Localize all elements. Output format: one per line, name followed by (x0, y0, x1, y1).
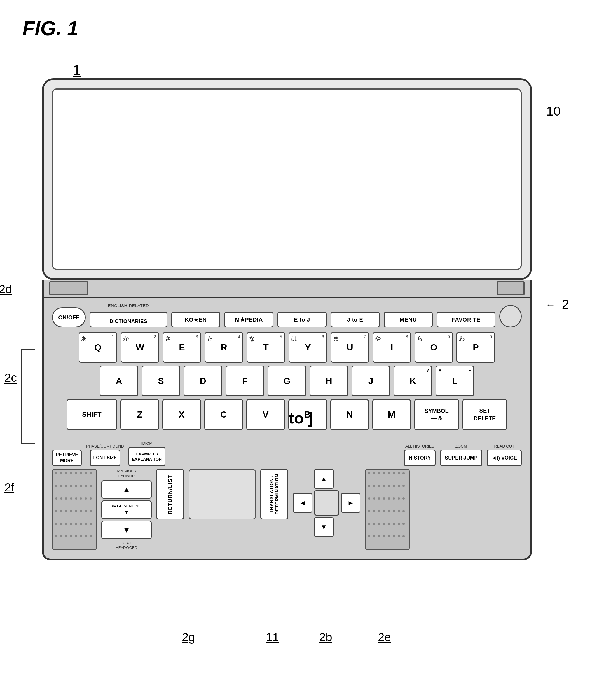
dpad-down-icon: ▼ (321, 523, 327, 531)
dpad-vertical: ▲ ▼ (314, 469, 339, 537)
key-p[interactable]: わ 0 P (456, 332, 495, 363)
key-p-main: P (473, 342, 479, 353)
translation-key[interactable]: TRANSLATION /DETERMINATION (260, 469, 288, 520)
key-y[interactable]: は 6 Y (289, 332, 327, 363)
e-to-j-label: E to J (294, 317, 310, 323)
menu-key[interactable]: MENU (384, 312, 433, 327)
super-jump-label: SUPER JUMP (445, 455, 477, 461)
circle-button[interactable] (499, 305, 522, 327)
font-size-wrapper: PHASE/COMPOUND FONT SIZE (86, 444, 124, 466)
key-m-main: M (388, 409, 396, 420)
dpad-left[interactable]: ◄ (293, 493, 313, 513)
key-n[interactable]: N (330, 399, 369, 430)
dpad-down[interactable]: ▼ (314, 517, 333, 537)
key-u-main: U (347, 342, 353, 353)
key-h[interactable]: H (309, 366, 348, 396)
shift-key[interactable]: SHIFT (67, 399, 117, 430)
function-row: ON/OFF ENGLISH-RELATED DICTIONARIES KO★E… (52, 305, 522, 327)
dpad-right[interactable]: ► (341, 493, 360, 513)
example-key[interactable]: EXAMPLE /EXPLANATION (128, 447, 166, 466)
super-jump-wrapper: ZOOM SUPER JUMP (440, 444, 482, 466)
key-a-main: A (116, 376, 122, 386)
key-r[interactable]: た 4 R (205, 332, 243, 363)
translation-label: TRANSLATION /DETERMINATION (269, 474, 280, 515)
key-i[interactable]: や 8 I (373, 332, 411, 363)
key-q-main: Q (95, 342, 102, 353)
key-z[interactable]: Z (120, 399, 159, 430)
return-list-key[interactable]: RETURN/LIST (156, 469, 184, 520)
key-y-main: Y (305, 342, 311, 353)
key-c[interactable]: C (204, 399, 243, 430)
key-w[interactable]: か 2 W (121, 332, 159, 363)
key-u-num: 7 (364, 334, 366, 340)
page-sending-key[interactable]: PAGE SENDING ▼ (101, 500, 152, 519)
symbol-label: SYMBOL— & (425, 407, 449, 422)
key-w-jp: か (123, 335, 129, 343)
key-l[interactable]: ~ ■ L (436, 366, 474, 396)
dpad: ◄ ▲ ▼ ► (293, 469, 360, 550)
super-jump-key[interactable]: SUPER JUMP (440, 450, 482, 466)
touchpad[interactable] (189, 469, 256, 520)
key-f[interactable]: F (226, 366, 264, 396)
speaker-right (365, 469, 410, 550)
dpad-up[interactable]: ▲ (314, 469, 333, 489)
key-y-jp: は (291, 335, 297, 343)
m-pedia-key[interactable]: M★PEDIA (224, 312, 273, 327)
hinge-left (49, 281, 89, 295)
menu-label: MENU (400, 317, 417, 323)
key-y-num: 6 (322, 334, 324, 340)
key-s-main: S (158, 376, 164, 386)
label-2c-bracket (21, 349, 35, 444)
key-x[interactable]: X (162, 399, 201, 430)
favorite-key[interactable]: FAVORITE (437, 312, 495, 327)
return-list-label: RETURN/LIST (167, 475, 173, 514)
key-d[interactable]: D (183, 366, 222, 396)
shift-label: SHIFT (82, 410, 101, 419)
next-headword-label: NEXTHEADWORD (116, 541, 137, 550)
label-11: 11 (266, 631, 279, 644)
key-m[interactable]: M (372, 399, 411, 430)
key-e[interactable]: さ 3 E (163, 332, 201, 363)
key-g[interactable]: G (268, 366, 306, 396)
j-to-e-key[interactable]: J to E (330, 312, 380, 327)
key-s[interactable]: S (142, 366, 180, 396)
page-sending-content: PAGE SENDING ▼ (112, 504, 141, 515)
history-label: HISTORY (408, 455, 431, 461)
prev-headword-key[interactable]: ▲ (101, 480, 152, 499)
key-x-main: X (179, 409, 184, 420)
symbol-key[interactable]: SYMBOL— & (414, 399, 459, 430)
voice-key[interactable]: ◄)) VOICE (487, 450, 522, 466)
set-delete-key[interactable]: SETDELETE (463, 399, 507, 430)
j-to-e-label: J to E (347, 317, 363, 323)
key-t[interactable]: な 5 T (247, 332, 285, 363)
key-t-main: T (263, 342, 269, 353)
retrieve-more-key[interactable]: RETRIEVEMORE (52, 450, 82, 466)
key-k[interactable]: ? K (394, 366, 432, 396)
key-u[interactable]: ま 7 U (330, 332, 369, 363)
next-headword-key[interactable]: ▼ (101, 521, 152, 539)
prev-headword-label: PREVIOUSHEADWORD (116, 469, 137, 479)
e-to-j-key[interactable]: E to J (277, 312, 327, 327)
key-j[interactable]: J (351, 366, 390, 396)
key-o[interactable]: ら 9 O (415, 332, 453, 363)
next-arrow-icon: ▼ (122, 525, 131, 534)
key-q[interactable]: あ 1 Q (79, 332, 117, 363)
key-a[interactable]: A (100, 366, 138, 396)
dpad-left-icon: ◄ (299, 499, 306, 507)
label-2f: 2f (4, 481, 14, 494)
example-label: EXAMPLE /EXPLANATION (132, 451, 162, 462)
key-i-jp: や (375, 335, 381, 343)
device-label: 1 (73, 61, 81, 78)
dpad-center[interactable] (314, 490, 339, 516)
key-o-num: 9 (448, 334, 450, 340)
key-j-main: J (368, 376, 373, 386)
english-related-key[interactable]: ENGLISH-RELATED DICTIONARIES (90, 312, 167, 327)
key-t-num: 5 (280, 334, 282, 340)
history-key[interactable]: HISTORY (404, 450, 436, 466)
onoff-key[interactable]: ON/OFF (52, 307, 85, 327)
key-r-jp: た (207, 335, 213, 343)
font-size-key[interactable]: FONT SIZE (90, 450, 121, 466)
key-v[interactable]: V (246, 399, 285, 430)
device: 2d 2c 2f ON/OFF ENGLISH-RELATED DICTIONA… (42, 78, 532, 560)
ko-en-key[interactable]: KO★EN (171, 312, 221, 327)
